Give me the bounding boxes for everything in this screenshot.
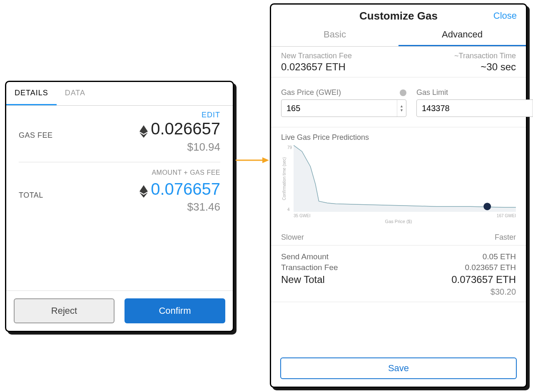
- chart-wrap: Confirmation time (sec) 79 4: [281, 145, 516, 212]
- gas-limit-input-wrap: ▲▼: [416, 99, 533, 117]
- chart-ylabel: Confirmation time (sec): [281, 145, 287, 212]
- tab-data[interactable]: DATA: [57, 82, 94, 105]
- tab-details[interactable]: DETAILS: [6, 82, 57, 105]
- fee-time-section: New Transaction Fee 0.023657 ETH ~Transa…: [271, 47, 526, 77]
- chart-yaxis: 79 4: [287, 145, 294, 212]
- new-fee-label: New Transaction Fee: [281, 52, 352, 60]
- total-label: TOTAL: [19, 191, 43, 200]
- ytick-top: 79: [287, 145, 292, 150]
- xtick-right: 167 GWEI: [497, 213, 516, 218]
- chart-xaxis: 35 GWEI 167 GWEI: [281, 213, 516, 218]
- total-usd: $31.46: [19, 201, 220, 213]
- total-eth-value: 0.076657: [151, 180, 220, 198]
- tx-fee-value: 0.023657 ETH: [465, 263, 516, 272]
- info-icon[interactable]: [400, 89, 406, 96]
- tx-time-value: ~30 sec: [454, 61, 516, 73]
- gas-price-input-wrap: ▲▼: [281, 99, 406, 117]
- left-footer: Reject Confirm: [6, 290, 233, 331]
- total-eth: 0.076657: [139, 180, 220, 198]
- slow-fast-labels: Slower Faster: [281, 233, 516, 242]
- svg-marker-1: [262, 157, 269, 163]
- amount-plus-gas-label: AMOUNT + GAS FEE: [19, 169, 220, 176]
- gas-price-input[interactable]: [281, 104, 397, 113]
- tx-time-label: ~Transaction Time: [454, 52, 516, 60]
- tab-basic[interactable]: Basic: [271, 25, 399, 46]
- total-row: TOTAL 0.076657: [19, 180, 220, 200]
- gas-fee-usd: $10.94: [19, 141, 220, 154]
- gas-price-label: Gas Price (GWEI): [281, 88, 341, 97]
- tab-advanced[interactable]: Advanced: [399, 25, 526, 46]
- new-total-label: New Total: [281, 274, 325, 285]
- left-body: EDIT GAS FEE 0.026657 $10.94 AMOUNT + GA…: [6, 106, 233, 213]
- new-total-usd: $30.20: [281, 287, 516, 297]
- summary-section: Send Amount 0.05 ETH Transaction Fee 0.0…: [271, 246, 526, 302]
- ethereum-icon: [139, 123, 148, 135]
- chart-body[interactable]: [294, 145, 516, 212]
- chart-xlabel: Gas Price ($): [281, 219, 516, 224]
- ytick-bottom: 4: [287, 207, 292, 212]
- customize-gas-panel: Customize Gas Close Basic Advanced New T…: [270, 3, 527, 388]
- new-total-value: 0.073657 ETH: [451, 274, 516, 285]
- gas-fee-eth-value: 0.026657: [151, 119, 220, 138]
- right-footer: Save: [271, 353, 526, 387]
- faster-label: Faster: [495, 233, 516, 242]
- svg-point-2: [483, 203, 491, 210]
- divider: [19, 162, 220, 162]
- send-amount-label: Send Amount: [281, 252, 329, 261]
- confirm-button[interactable]: Confirm: [125, 298, 225, 323]
- panel-header: Customize Gas Close: [271, 5, 526, 25]
- chart-title: Live Gas Price Predictions: [281, 133, 516, 142]
- left-tabs: DETAILS DATA: [6, 82, 233, 106]
- gas-price-block: Gas Price (GWEI) ▲▼: [281, 88, 406, 117]
- gas-fee-label: GAS FEE: [19, 131, 53, 140]
- slower-label: Slower: [281, 233, 304, 242]
- new-fee-value: 0.023657 ETH: [281, 61, 352, 73]
- gas-limit-label: Gas Limit: [416, 88, 448, 97]
- panel-title: Customize Gas: [359, 10, 438, 22]
- save-button[interactable]: Save: [280, 357, 517, 379]
- send-amount-value: 0.05 ETH: [483, 252, 516, 261]
- gas-fee-row: GAS FEE 0.026657: [19, 119, 220, 140]
- edit-button[interactable]: EDIT: [19, 106, 220, 119]
- gas-inputs-section: Gas Price (GWEI) ▲▼ Gas Limit ▲▼: [271, 77, 526, 127]
- reject-button[interactable]: Reject: [14, 298, 115, 323]
- xtick-left: 35 GWEI: [294, 213, 311, 218]
- ethereum-icon: [139, 183, 148, 195]
- close-button[interactable]: Close: [493, 10, 517, 21]
- gas-tabs: Basic Advanced: [271, 25, 526, 47]
- gas-price-stepper[interactable]: ▲▼: [397, 100, 406, 117]
- tx-fee-label: Transaction Fee: [281, 263, 338, 272]
- gas-limit-input[interactable]: [417, 104, 532, 113]
- gas-limit-block: Gas Limit ▲▼: [416, 88, 533, 117]
- arrow-icon: [236, 157, 269, 163]
- chart-section: Live Gas Price Predictions Confirmation …: [271, 127, 526, 246]
- transaction-details-panel: DETAILS DATA EDIT GAS FEE 0.026657 $10.9…: [5, 81, 234, 332]
- gas-fee-eth: 0.026657: [139, 119, 220, 138]
